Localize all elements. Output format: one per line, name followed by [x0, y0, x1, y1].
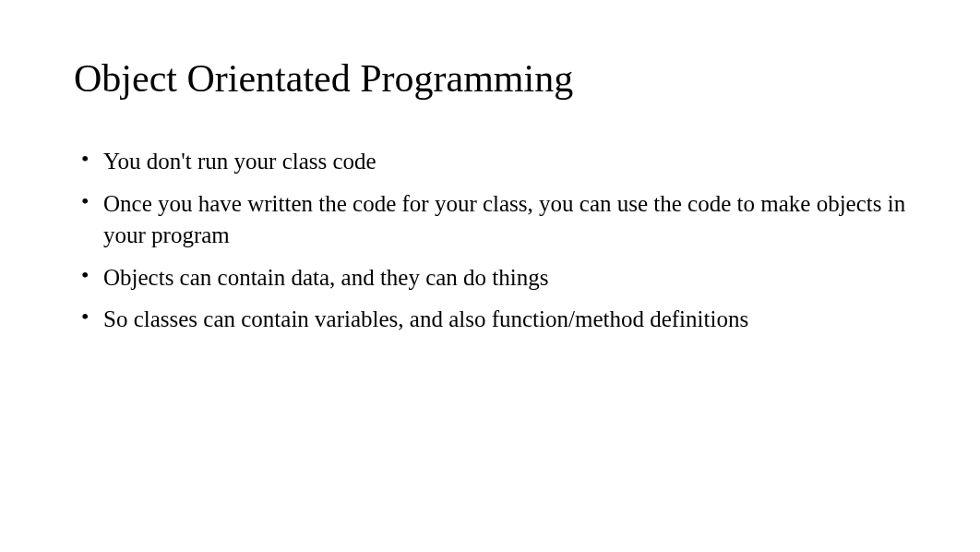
bullet-list: You don't run your class code Once you h… — [74, 146, 906, 335]
bullet-item: You don't run your class code — [81, 146, 906, 177]
bullet-item: Once you have written the code for your … — [81, 188, 906, 251]
slide-title: Object Orientated Programming — [74, 55, 906, 102]
bullet-item: Objects can contain data, and they can d… — [81, 262, 906, 294]
bullet-item: So classes can contain variables, and al… — [81, 304, 906, 335]
